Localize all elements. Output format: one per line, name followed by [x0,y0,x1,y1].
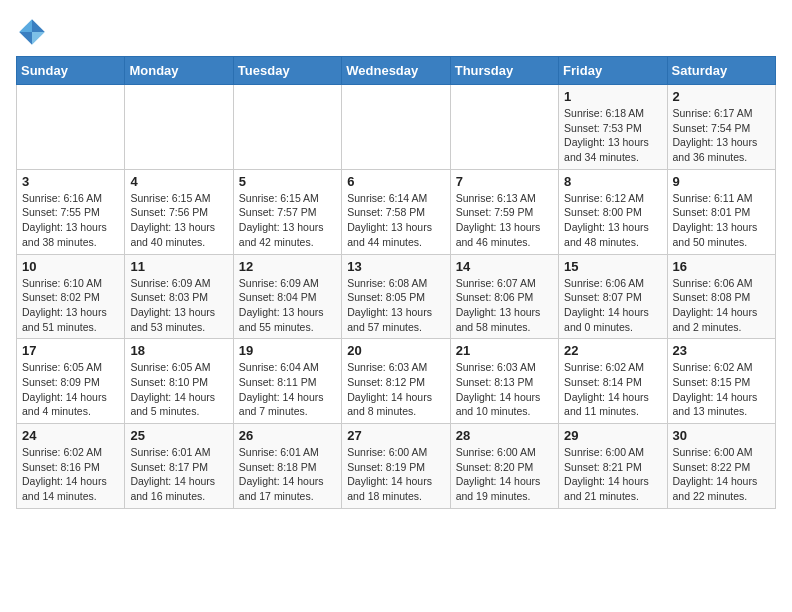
calendar-week-row: 1Sunrise: 6:18 AM Sunset: 7:53 PM Daylig… [17,85,776,170]
day-info: Sunrise: 6:01 AM Sunset: 8:17 PM Dayligh… [130,445,227,504]
day-number: 5 [239,174,336,189]
calendar-cell: 27Sunrise: 6:00 AM Sunset: 8:19 PM Dayli… [342,424,450,509]
calendar-week-row: 17Sunrise: 6:05 AM Sunset: 8:09 PM Dayli… [17,339,776,424]
calendar-cell: 1Sunrise: 6:18 AM Sunset: 7:53 PM Daylig… [559,85,667,170]
day-number: 4 [130,174,227,189]
calendar-cell: 3Sunrise: 6:16 AM Sunset: 7:55 PM Daylig… [17,169,125,254]
svg-marker-3 [32,32,45,45]
day-info: Sunrise: 6:03 AM Sunset: 8:12 PM Dayligh… [347,360,444,419]
calendar-week-row: 3Sunrise: 6:16 AM Sunset: 7:55 PM Daylig… [17,169,776,254]
column-header-tuesday: Tuesday [233,57,341,85]
day-info: Sunrise: 6:13 AM Sunset: 7:59 PM Dayligh… [456,191,553,250]
day-number: 16 [673,259,770,274]
day-number: 10 [22,259,119,274]
day-number: 6 [347,174,444,189]
logo [16,16,52,48]
day-number: 8 [564,174,661,189]
day-number: 21 [456,343,553,358]
column-header-wednesday: Wednesday [342,57,450,85]
svg-marker-0 [32,19,45,32]
day-number: 14 [456,259,553,274]
day-number: 9 [673,174,770,189]
day-number: 24 [22,428,119,443]
calendar-week-row: 24Sunrise: 6:02 AM Sunset: 8:16 PM Dayli… [17,424,776,509]
calendar-cell: 14Sunrise: 6:07 AM Sunset: 8:06 PM Dayli… [450,254,558,339]
column-header-saturday: Saturday [667,57,775,85]
day-info: Sunrise: 6:15 AM Sunset: 7:57 PM Dayligh… [239,191,336,250]
day-info: Sunrise: 6:12 AM Sunset: 8:00 PM Dayligh… [564,191,661,250]
calendar-cell [17,85,125,170]
calendar-table: SundayMondayTuesdayWednesdayThursdayFrid… [16,56,776,509]
column-header-thursday: Thursday [450,57,558,85]
calendar-cell: 5Sunrise: 6:15 AM Sunset: 7:57 PM Daylig… [233,169,341,254]
day-number: 20 [347,343,444,358]
column-header-friday: Friday [559,57,667,85]
column-header-monday: Monday [125,57,233,85]
logo-icon [16,16,48,48]
day-info: Sunrise: 6:01 AM Sunset: 8:18 PM Dayligh… [239,445,336,504]
calendar-cell [125,85,233,170]
day-number: 15 [564,259,661,274]
day-info: Sunrise: 6:16 AM Sunset: 7:55 PM Dayligh… [22,191,119,250]
calendar-cell: 7Sunrise: 6:13 AM Sunset: 7:59 PM Daylig… [450,169,558,254]
day-info: Sunrise: 6:02 AM Sunset: 8:16 PM Dayligh… [22,445,119,504]
day-number: 23 [673,343,770,358]
calendar-cell: 11Sunrise: 6:09 AM Sunset: 8:03 PM Dayli… [125,254,233,339]
day-info: Sunrise: 6:00 AM Sunset: 8:20 PM Dayligh… [456,445,553,504]
day-info: Sunrise: 6:02 AM Sunset: 8:15 PM Dayligh… [673,360,770,419]
calendar-cell: 26Sunrise: 6:01 AM Sunset: 8:18 PM Dayli… [233,424,341,509]
calendar-cell [342,85,450,170]
day-info: Sunrise: 6:08 AM Sunset: 8:05 PM Dayligh… [347,276,444,335]
calendar-cell: 20Sunrise: 6:03 AM Sunset: 8:12 PM Dayli… [342,339,450,424]
calendar-header-row: SundayMondayTuesdayWednesdayThursdayFrid… [17,57,776,85]
day-number: 26 [239,428,336,443]
column-header-sunday: Sunday [17,57,125,85]
day-info: Sunrise: 6:00 AM Sunset: 8:22 PM Dayligh… [673,445,770,504]
calendar-cell: 16Sunrise: 6:06 AM Sunset: 8:08 PM Dayli… [667,254,775,339]
calendar-cell: 4Sunrise: 6:15 AM Sunset: 7:56 PM Daylig… [125,169,233,254]
calendar-cell: 23Sunrise: 6:02 AM Sunset: 8:15 PM Dayli… [667,339,775,424]
day-info: Sunrise: 6:17 AM Sunset: 7:54 PM Dayligh… [673,106,770,165]
calendar-cell: 10Sunrise: 6:10 AM Sunset: 8:02 PM Dayli… [17,254,125,339]
calendar-cell: 19Sunrise: 6:04 AM Sunset: 8:11 PM Dayli… [233,339,341,424]
calendar-cell: 6Sunrise: 6:14 AM Sunset: 7:58 PM Daylig… [342,169,450,254]
calendar-cell: 24Sunrise: 6:02 AM Sunset: 8:16 PM Dayli… [17,424,125,509]
day-info: Sunrise: 6:10 AM Sunset: 8:02 PM Dayligh… [22,276,119,335]
calendar-cell: 29Sunrise: 6:00 AM Sunset: 8:21 PM Dayli… [559,424,667,509]
day-number: 3 [22,174,119,189]
day-number: 13 [347,259,444,274]
calendar-cell: 25Sunrise: 6:01 AM Sunset: 8:17 PM Dayli… [125,424,233,509]
day-info: Sunrise: 6:11 AM Sunset: 8:01 PM Dayligh… [673,191,770,250]
day-info: Sunrise: 6:05 AM Sunset: 8:09 PM Dayligh… [22,360,119,419]
day-info: Sunrise: 6:09 AM Sunset: 8:04 PM Dayligh… [239,276,336,335]
day-info: Sunrise: 6:07 AM Sunset: 8:06 PM Dayligh… [456,276,553,335]
day-number: 7 [456,174,553,189]
day-number: 17 [22,343,119,358]
day-number: 1 [564,89,661,104]
day-info: Sunrise: 6:04 AM Sunset: 8:11 PM Dayligh… [239,360,336,419]
day-number: 19 [239,343,336,358]
svg-marker-1 [19,19,32,32]
calendar-cell: 13Sunrise: 6:08 AM Sunset: 8:05 PM Dayli… [342,254,450,339]
page-header [16,16,776,48]
calendar-cell: 9Sunrise: 6:11 AM Sunset: 8:01 PM Daylig… [667,169,775,254]
calendar-cell: 22Sunrise: 6:02 AM Sunset: 8:14 PM Dayli… [559,339,667,424]
calendar-cell: 8Sunrise: 6:12 AM Sunset: 8:00 PM Daylig… [559,169,667,254]
day-info: Sunrise: 6:06 AM Sunset: 8:07 PM Dayligh… [564,276,661,335]
day-number: 18 [130,343,227,358]
day-number: 12 [239,259,336,274]
day-number: 27 [347,428,444,443]
day-number: 2 [673,89,770,104]
calendar-cell: 15Sunrise: 6:06 AM Sunset: 8:07 PM Dayli… [559,254,667,339]
calendar-cell: 21Sunrise: 6:03 AM Sunset: 8:13 PM Dayli… [450,339,558,424]
day-info: Sunrise: 6:09 AM Sunset: 8:03 PM Dayligh… [130,276,227,335]
calendar-cell: 28Sunrise: 6:00 AM Sunset: 8:20 PM Dayli… [450,424,558,509]
day-number: 28 [456,428,553,443]
calendar-cell: 12Sunrise: 6:09 AM Sunset: 8:04 PM Dayli… [233,254,341,339]
day-info: Sunrise: 6:02 AM Sunset: 8:14 PM Dayligh… [564,360,661,419]
calendar-week-row: 10Sunrise: 6:10 AM Sunset: 8:02 PM Dayli… [17,254,776,339]
day-number: 29 [564,428,661,443]
calendar-cell: 2Sunrise: 6:17 AM Sunset: 7:54 PM Daylig… [667,85,775,170]
svg-marker-2 [19,32,32,45]
day-number: 22 [564,343,661,358]
